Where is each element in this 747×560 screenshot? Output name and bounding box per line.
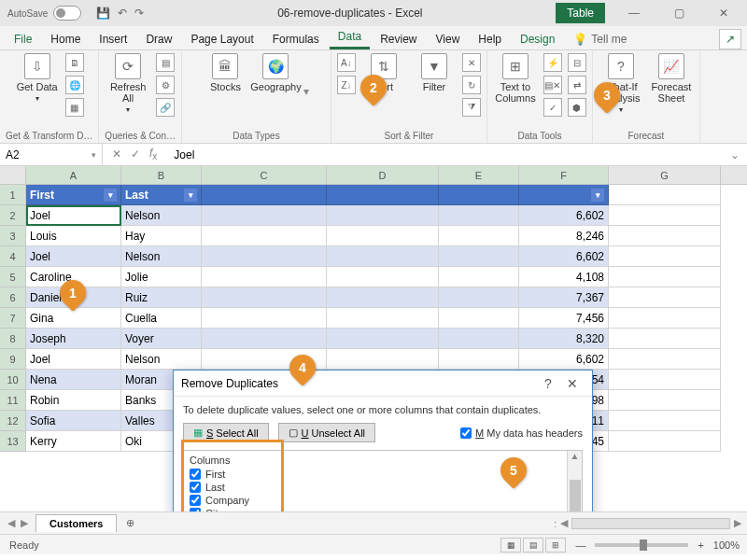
column-last-header[interactable]: Last▾ xyxy=(121,185,202,205)
cell[interactable] xyxy=(439,308,519,329)
column-header[interactable]: E xyxy=(439,166,519,184)
row-header[interactable]: 13 xyxy=(0,431,26,452)
column-f-header[interactable]: ▾ xyxy=(519,185,609,205)
column-header[interactable]: B xyxy=(121,166,202,184)
cell[interactable] xyxy=(202,329,327,349)
cell[interactable]: Robin xyxy=(26,390,121,411)
cell[interactable] xyxy=(327,287,439,308)
geography-button[interactable]: 🌍Geography xyxy=(253,53,298,92)
cancel-formula-icon[interactable]: ✕ xyxy=(112,147,121,161)
get-data-button[interactable]: ⇩Get Data▾ xyxy=(15,53,60,103)
row-header[interactable]: 11 xyxy=(0,390,26,411)
row-header[interactable]: 7 xyxy=(0,308,26,329)
save-icon[interactable]: 💾 xyxy=(96,7,110,20)
cell[interactable]: Sofia xyxy=(26,411,121,431)
dialog-scrollbar[interactable]: ▲▼ xyxy=(567,451,582,511)
cell[interactable] xyxy=(439,267,519,287)
sort-desc-icon[interactable]: Z↓ xyxy=(337,76,356,94)
unselect-all-button[interactable]: ▢UUnselect All xyxy=(278,423,375,442)
cell[interactable]: Joseph xyxy=(26,329,121,349)
column-header[interactable]: C xyxy=(202,166,327,184)
cell[interactable] xyxy=(327,349,439,370)
close-icon[interactable]: ✕ xyxy=(708,7,740,20)
clear-icon[interactable]: ✕ xyxy=(462,53,481,72)
tab-page-layout[interactable]: Page Layout xyxy=(182,29,261,49)
column-checkbox[interactable]: City xyxy=(190,507,561,511)
cell[interactable]: Voyer xyxy=(121,329,202,349)
column-header[interactable]: A xyxy=(26,166,121,184)
queries-icon[interactable]: ▤ xyxy=(156,53,175,72)
cell[interactable]: 7,456 xyxy=(519,308,609,329)
cell[interactable] xyxy=(609,390,721,411)
column-header[interactable]: D xyxy=(327,166,439,184)
cell[interactable] xyxy=(609,246,721,267)
zoom-out-icon[interactable]: — xyxy=(575,539,585,551)
cell[interactable]: 8,246 xyxy=(519,226,609,246)
cell[interactable] xyxy=(439,246,519,267)
tab-formulas[interactable]: Formulas xyxy=(264,29,328,49)
cell[interactable] xyxy=(609,349,721,370)
undo-icon[interactable]: ↶ xyxy=(118,7,127,20)
column-first-header[interactable]: First▾ xyxy=(26,185,121,205)
zoom-slider[interactable] xyxy=(595,543,688,547)
cell[interactable]: 6,602 xyxy=(519,246,609,267)
cell[interactable]: Nena xyxy=(26,370,121,390)
row-header[interactable]: 4 xyxy=(0,246,26,267)
row-header[interactable]: 1 xyxy=(0,185,26,205)
tab-file[interactable]: File xyxy=(6,29,40,49)
properties-icon[interactable]: ⚙ xyxy=(156,76,175,94)
page-break-view-icon[interactable]: ⊞ xyxy=(545,538,566,553)
row-header[interactable]: 10 xyxy=(0,370,26,390)
from-text-icon[interactable]: 🗎 xyxy=(65,53,84,72)
tab-help[interactable]: Help xyxy=(470,29,510,49)
cell[interactable]: Kerry xyxy=(26,431,121,452)
tab-data[interactable]: Data xyxy=(330,26,370,49)
edit-links-icon[interactable]: 🔗 xyxy=(156,98,175,117)
cell[interactable]: 4,108 xyxy=(519,267,609,287)
select-all-button[interactable]: ▦SSelect All xyxy=(183,423,269,442)
tab-insert[interactable]: Insert xyxy=(91,29,135,49)
cell[interactable] xyxy=(327,329,439,349)
remove-duplicates-icon[interactable]: ▤✕ xyxy=(543,76,562,94)
row-header[interactable]: 6 xyxy=(0,287,26,308)
worksheet-grid[interactable]: A B C D E F G 1 First▾ Last▾ ▾ 2 Joel Ne… xyxy=(0,166,747,511)
cell[interactable] xyxy=(439,329,519,349)
cell[interactable] xyxy=(439,205,519,226)
cell[interactable]: Hay xyxy=(121,226,202,246)
row-header[interactable]: 8 xyxy=(0,329,26,349)
cell[interactable] xyxy=(202,246,327,267)
row-header[interactable]: 5 xyxy=(0,267,26,287)
cell[interactable]: Joel xyxy=(26,205,121,226)
cell[interactable] xyxy=(202,267,327,287)
cell[interactable] xyxy=(609,287,721,308)
relationships-icon[interactable]: ⇄ xyxy=(568,76,586,94)
redo-icon[interactable]: ↷ xyxy=(134,7,144,20)
row-header[interactable]: 12 xyxy=(0,411,26,431)
cell[interactable]: 6,602 xyxy=(519,349,609,370)
select-all-corner[interactable] xyxy=(0,166,26,184)
cell[interactable] xyxy=(439,226,519,246)
name-box[interactable]: A2▾ xyxy=(0,144,103,165)
cell[interactable] xyxy=(609,329,721,349)
flash-fill-icon[interactable]: ⚡ xyxy=(543,53,562,72)
cell[interactable]: Ruiz xyxy=(121,287,202,308)
share-button[interactable]: ↗ xyxy=(719,29,741,49)
sheet-nav-next-icon[interactable]: ▶ xyxy=(21,517,28,529)
hscrollbar[interactable] xyxy=(571,518,730,529)
sheet-nav-prev-icon[interactable]: ◀ xyxy=(7,517,15,529)
cell[interactable] xyxy=(439,349,519,370)
from-web-icon[interactable]: 🌐 xyxy=(65,76,84,94)
cell[interactable]: Nelson xyxy=(121,246,202,267)
zoom-level[interactable]: 100% xyxy=(713,539,740,551)
cell[interactable] xyxy=(609,308,721,329)
help-icon[interactable]: ? xyxy=(536,376,560,391)
cell[interactable] xyxy=(327,226,439,246)
from-table-icon[interactable]: ▦ xyxy=(65,98,84,117)
row-header[interactable]: 3 xyxy=(0,226,26,246)
formula-bar[interactable]: Joel xyxy=(166,148,723,161)
cell[interactable]: Joel xyxy=(26,246,121,267)
tab-review[interactable]: Review xyxy=(372,29,425,49)
column-checkbox[interactable]: Last xyxy=(190,481,561,494)
scroll-down-icon[interactable]: ▾ xyxy=(303,85,309,98)
forecast-sheet-button[interactable]: 📈Forecast Sheet xyxy=(649,53,694,104)
